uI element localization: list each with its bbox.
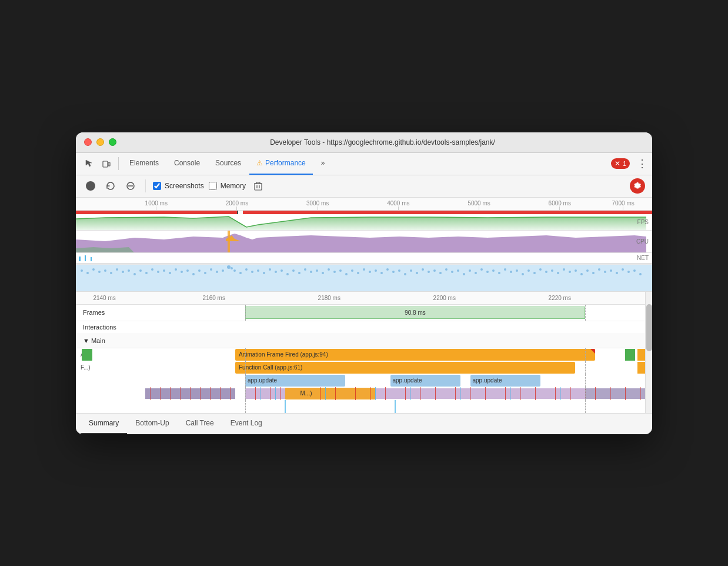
svg-point-83 [469, 269, 471, 272]
tab-performance[interactable]: ⚠ Performance [249, 152, 313, 175]
svg-point-52 [286, 273, 289, 275]
svg-rect-146 [261, 387, 261, 400]
tab-event-log[interactable]: Event Log [222, 413, 271, 434]
svg-point-67 [375, 269, 377, 272]
svg-point-31 [169, 272, 171, 274]
svg-point-65 [363, 268, 365, 271]
ruler-tick-6000: 6000 ms [549, 198, 571, 210]
tab-elements[interactable]: Elements [122, 152, 166, 175]
scrollbar-thumb[interactable] [646, 304, 652, 351]
svg-point-73 [410, 269, 412, 272]
device-toolbar-icon[interactable] [98, 155, 115, 172]
svg-rect-153 [560, 387, 561, 400]
flame-row-markers-content [145, 400, 645, 413]
svg-point-51 [280, 269, 283, 272]
function-call-block[interactable]: Function Call (app.js:61) [235, 362, 575, 374]
cpu-label: CPU [636, 238, 649, 245]
svg-point-101 [575, 269, 577, 272]
svg-point-21 [110, 272, 112, 274]
fps-track: FPS [76, 214, 652, 231]
svg-rect-14 [91, 257, 92, 261]
inspect-icon[interactable] [81, 155, 97, 172]
svg-point-63 [351, 269, 353, 272]
interactions-row: Interactions [76, 321, 652, 334]
svg-point-38 [210, 268, 212, 271]
flame-row-dense: M...) [76, 387, 652, 400]
error-badge[interactable]: ✕ 1 [611, 158, 630, 169]
close-button[interactable] [84, 138, 92, 146]
green-block-right [625, 349, 635, 361]
tab-sources[interactable]: Sources [208, 152, 248, 175]
tab-summary[interactable]: Summary [81, 413, 127, 434]
app-update-2[interactable]: app.update [390, 375, 460, 387]
dashed-f-1 [245, 361, 246, 374]
svg-point-91 [516, 269, 518, 272]
svg-marker-10 [228, 231, 230, 252]
svg-point-35 [192, 273, 195, 275]
svg-marker-7 [76, 217, 646, 230]
tab-bottom-up[interactable]: Bottom-Up [127, 413, 177, 434]
selection-start-line [245, 305, 246, 321]
app-update-3[interactable]: app.update [470, 375, 540, 387]
selection-end-line [585, 305, 586, 321]
svg-rect-126 [255, 387, 256, 400]
screenshot-thumbnails [76, 265, 652, 292]
svg-point-107 [610, 269, 612, 272]
svg-point-96 [545, 271, 547, 273]
record-button[interactable] [83, 178, 98, 194]
svg-point-71 [398, 269, 400, 272]
svg-point-42 [231, 267, 233, 269]
dashed-d-1 [245, 387, 246, 400]
tab-call-tree[interactable]: Call Tree [178, 413, 222, 434]
overview-timeline[interactable]: 1000 ms 2000 ms 3000 ms 4000 ms 5000 ms … [76, 198, 652, 292]
delete-recording-button[interactable] [251, 178, 266, 194]
svg-point-55 [304, 268, 306, 271]
tab-bar: Elements Console Sources ⚠ Performance »… [76, 153, 652, 175]
ruler-tick-7000: 7000 ms [612, 198, 634, 210]
app-update-1[interactable]: app.update [245, 375, 345, 387]
svg-point-77 [433, 269, 436, 272]
svg-point-17 [86, 272, 89, 274]
memory-checkbox[interactable] [209, 182, 217, 190]
bottom-tab-bar: Summary Bottom-Up Call Tree Event Log [76, 413, 652, 434]
fps-label: FPS [637, 219, 649, 225]
flame-row-f-content: Function Call (app.js:61) [145, 361, 645, 374]
svg-point-24 [128, 269, 130, 272]
reload-record-button[interactable] [103, 178, 118, 194]
tab-menu-button[interactable]: ⋮ [637, 157, 647, 170]
tab-more[interactable]: » [314, 152, 332, 175]
svg-point-16 [81, 269, 83, 272]
svg-rect-131 [355, 387, 356, 400]
dashed-u-1 [245, 374, 246, 387]
svg-rect-121 [221, 387, 221, 400]
svg-rect-154 [585, 388, 645, 399]
screenshots-checkbox[interactable] [153, 182, 161, 190]
svg-point-33 [181, 271, 183, 273]
tab-console[interactable]: Console [167, 152, 207, 175]
memory-label: Memory [221, 182, 246, 190]
ruler-2200: 2200 ms [433, 295, 456, 301]
svg-rect-156 [610, 387, 611, 400]
svg-point-108 [616, 272, 618, 274]
svg-point-104 [592, 272, 595, 274]
maximize-button[interactable] [109, 138, 116, 146]
svg-point-80 [451, 271, 453, 273]
settings-button[interactable] [630, 178, 645, 194]
svg-point-25 [133, 273, 136, 275]
scrollbar-track[interactable] [645, 292, 652, 413]
minimize-button[interactable] [96, 138, 104, 146]
svg-point-58 [322, 272, 324, 274]
svg-point-62 [345, 273, 348, 275]
green-marker [82, 349, 92, 361]
svg-rect-158 [640, 387, 641, 400]
main-section-header[interactable]: ▼ Main [76, 334, 652, 348]
ruler-tick-1000: 1000 ms [145, 198, 168, 210]
svg-point-103 [586, 269, 589, 272]
svg-rect-144 [570, 387, 571, 400]
svg-rect-132 [370, 387, 371, 400]
clear-recording-button[interactable] [123, 178, 138, 194]
animation-frame-block[interactable]: Animation Frame Fired (app.js:94) [235, 349, 595, 361]
svg-point-68 [380, 272, 383, 274]
svg-rect-1 [108, 162, 110, 166]
svg-point-43 [233, 269, 236, 272]
